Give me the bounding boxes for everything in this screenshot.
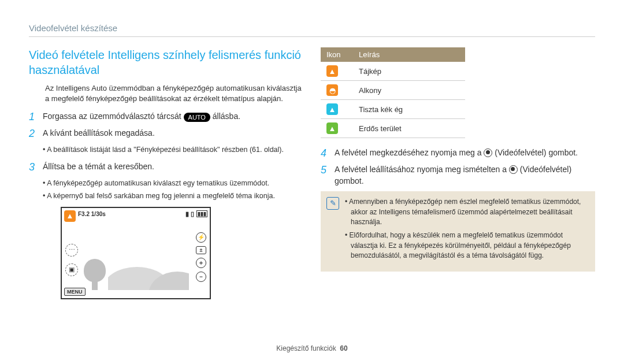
scene-label: Erdős terület [353,119,465,138]
scene-label: Tájkép [353,62,465,81]
step-text: A felvétel megkezdéséhez nyomja meg a [335,148,484,157]
step-number: 2 [29,128,43,140]
step-5: 5 A felvétel leállításához nyomja meg is… [321,164,595,187]
drive-ring-icon: ▣ [65,263,78,276]
scene-icon: ◓ [326,84,338,96]
step-1: 1 Forgassa az üzemmódválasztó tárcsát AU… [29,111,303,123]
step-2: 2 A kívánt beállítások megadása. [29,128,303,140]
step-number: 5 [321,164,335,187]
left-column: Videó felvétele Intelligens színhely fel… [29,47,303,339]
th-icon: Ikon [321,47,353,62]
record-icon [484,148,492,157]
note-box: ✎ Amennyiben a fényképezőgép nem észlel … [321,191,595,271]
tree-graphic [84,259,106,290]
scene-label: Alkony [353,81,465,100]
step-text: A felvétel leállításához nyomja meg ismé… [335,165,509,174]
auto-mode-icon: AUTO [184,113,210,122]
menu-button-graphic: MENU [64,288,86,296]
scene-icon-table: Ikon Leírás ▲Tájkép◓Alkony▲Tiszta kék ég… [321,47,465,138]
hills-graphic [108,257,189,290]
record-icon [509,165,518,174]
table-row: ▲Erdős terület [321,119,465,138]
camera-preview-illustration: ▲ F3.2 1/30s ▮ ▯ ▮▮▮ ⚡ ± ＋ － ⋯ ▣ [61,207,211,299]
page-header: Videofelvétel készítése [29,23,595,37]
scene-icon: ▲ [326,65,338,77]
step-3-sub1: A fényképezőgép automatikusan kiválaszt … [43,178,303,188]
step-number: 4 [321,147,335,159]
zoom-in-icon: ＋ [196,258,206,268]
step-text: (Videófelvétel) gombot. [495,148,578,157]
step-text: állásba. [213,112,240,121]
zoom-out-icon: － [196,272,206,282]
scene-icon: ▲ [326,103,338,115]
scene-icon: ▲ [326,122,338,134]
step-number: 1 [29,111,43,123]
intro-paragraph: Az Intelligens Auto üzemmódban a fénykép… [45,83,303,104]
status-icons: ▮ ▯ ▮▮▮ [185,210,207,218]
step-number: 3 [29,161,43,173]
exposure-comp-icon: ± [196,246,206,254]
right-column: Ikon Leírás ▲Tájkép◓Alkony▲Tiszta kék ég… [321,47,595,339]
table-row: ▲Tiszta kék ég [321,100,465,119]
note-item: Előfordulhat, hogy a készülék nem a megf… [345,231,587,261]
note-item: Amennyiben a fényképezőgép nem észlel me… [345,197,587,227]
th-desc: Leírás [353,47,465,62]
step-4: 4 A felvétel megkezdéséhez nyomja meg a … [321,147,595,159]
note-icon: ✎ [326,197,339,210]
step-2-sub: A beállítások listáját lásd a "Fényképez… [43,144,303,155]
footer-section: Kiegészítő funkciók [276,344,336,352]
scene-label: Tiszta kék ég [353,100,465,119]
step-3-sub2: A képernyő bal felső sarkában meg fog je… [43,191,303,201]
step-text: A kívánt beállítások megadása. [43,128,303,140]
table-row: ▲Tájkép [321,62,465,81]
table-row: ◓Alkony [321,81,465,100]
step-text: Állítsa be a témát a keresőben. [43,161,303,173]
mode-ring-icon: ⋯ [65,244,78,257]
page-number: 60 [340,344,347,352]
step-3: 3 Állítsa be a témát a keresőben. [29,161,303,173]
step-text: Forgassa az üzemmódválasztó tárcsát [43,112,184,121]
page-footer: Kiegészítő funkciók 60 [29,339,595,352]
section-title: Videó felvétele Intelligens színhely fel… [29,47,303,77]
flash-icon: ⚡ [196,232,206,243]
